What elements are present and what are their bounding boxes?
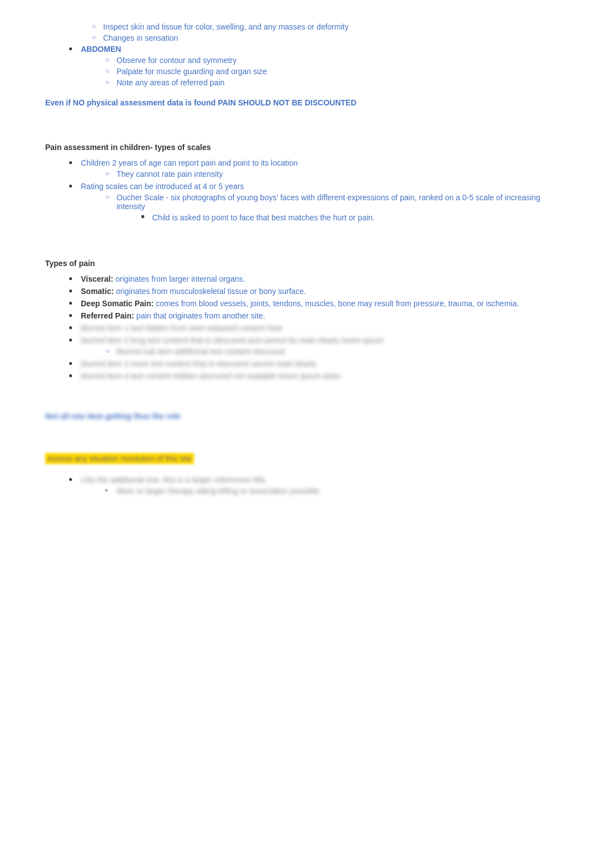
types-of-pain-list: Visceral: originates from larger interna… — [45, 274, 547, 380]
blurred-heading-section: Not all one item getting thus the role — [45, 412, 547, 421]
types-of-pain-heading: Types of pain — [45, 259, 547, 268]
top-circle-list: Inspect skin and tissue for color, swell… — [45, 22, 547, 42]
blurred-bottom-item-1: Like the additional one, this is a large… — [67, 475, 547, 495]
list-item-changes: Changes in sensation — [90, 33, 547, 42]
type-referred: Referred Pain: pain that originates from… — [67, 311, 547, 320]
blurred-item-2: blurred item 2 long text content that is… — [81, 336, 384, 345]
deep-somatic-desc: comes from blood vessels, joints, tendon… — [154, 299, 519, 308]
abdomen-sub-1: Observe for contour and symmetry — [103, 56, 547, 65]
pain-child-sub-1: They cannot rate pain intensity — [81, 170, 547, 179]
blurred-bottom-text-1: Like the additional one, this is a large… — [81, 475, 268, 484]
somatic-term: Somatic: — [81, 287, 114, 296]
pain-child-oucher: Oucher Scale - six photographs of young … — [103, 193, 547, 222]
blurred-bottom-sub-item: ▸ More or larger therapy sitting killing… — [103, 486, 547, 495]
blurred-item-3: blurred item 3 more text content that is… — [81, 359, 317, 368]
blurred-sub-text: blurred sub item additional text content… — [117, 347, 285, 356]
blurred-item-4: blurred item 4 text content hidden obscu… — [81, 372, 341, 380]
highlight-text: Assess any situation resolution of this … — [45, 453, 194, 464]
blurred-item-1: blurred item 1 text hidden from view red… — [81, 324, 283, 332]
type-blurred-3: blurred item 3 more text content that is… — [67, 359, 547, 368]
pain-child-sub-1-1: They cannot rate pain intensity — [103, 170, 547, 179]
visceral-term: Visceral: — [81, 274, 113, 283]
referred-desc: pain that originates from another site. — [134, 311, 265, 320]
abdomen-label: ABDOMEN — [81, 45, 121, 54]
type-visceral: Visceral: originates from larger interna… — [67, 274, 547, 283]
pain-child-text-1: Children 2 years of age can report pain … — [81, 158, 298, 167]
blurred-bottom-sub: ▸ More or larger therapy sitting killing… — [81, 486, 547, 495]
pain-child-sub-2: Oucher Scale - six photographs of young … — [81, 193, 547, 222]
blurred-bottom-sub-text: More or larger therapy sitting killing o… — [117, 486, 321, 495]
blurred-sub-item: blurred sub item additional text content… — [103, 347, 547, 356]
blurred-main-heading: Not all one item getting thus the role — [45, 412, 181, 421]
abdomen-sub-3: Note any areas of referred pain — [103, 78, 547, 87]
somatic-desc: originates from musculoskeletal tissue o… — [114, 287, 306, 296]
pain-child-item-1: Children 2 years of age can report pain … — [67, 158, 547, 179]
abdomen-item: ABDOMEN Observe for contour and symmetry… — [67, 45, 547, 87]
type-blurred-4: blurred item 4 text content hidden obscu… — [67, 372, 547, 380]
pain-child-item-2: Rating scales can be introduced at 4 or … — [67, 182, 547, 222]
deep-somatic-term: Deep Somatic Pain: — [81, 299, 154, 308]
type-blurred-2: blurred item 2 long text content that is… — [67, 336, 547, 356]
type-deep-somatic: Deep Somatic Pain: comes from blood vess… — [67, 299, 547, 308]
abdomen-sub-2: Palpate for muscle guarding and organ si… — [103, 67, 547, 76]
abdomen-sub-list: Observe for contour and symmetry Palpate… — [81, 56, 547, 87]
referred-term: Referred Pain: — [81, 311, 134, 320]
pain-child-text-2: Rating scales can be introduced at 4 or … — [81, 182, 244, 191]
pain-assessment-heading: Pain assessment in children- types of sc… — [45, 143, 547, 152]
oucher-text: Oucher Scale - six photographs of young … — [117, 193, 540, 211]
blurred-sub-container: blurred sub item additional text content… — [81, 347, 547, 356]
blurred-bottom-list: Like the additional one, this is a large… — [45, 475, 547, 495]
pain-children-list: Children 2 years of age can report pain … — [45, 158, 547, 222]
visceral-desc: originates from larger internal organs. — [113, 274, 245, 283]
type-somatic: Somatic: originates from musculoskeletal… — [67, 287, 547, 296]
document-content: Inspect skin and tissue for color, swell… — [45, 22, 547, 495]
highlight-section: Assess any situation resolution of this … — [45, 449, 547, 469]
list-item-inspect: Inspect skin and tissue for color, swell… — [90, 22, 547, 31]
oucher-sub: Child is asked to point to face that bes… — [117, 213, 547, 222]
abdomen-section: ABDOMEN Observe for contour and symmetry… — [45, 45, 547, 87]
important-note: Even if NO physical assessment data is f… — [45, 98, 547, 107]
oucher-sub-1: Child is asked to point to face that bes… — [139, 213, 547, 222]
type-blurred-1: blurred item 1 text hidden from view red… — [67, 324, 547, 332]
